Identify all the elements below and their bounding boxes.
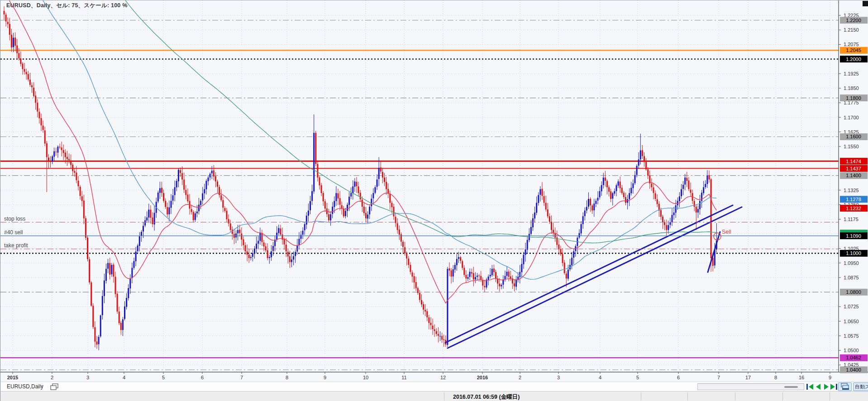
time-tick-label: 8	[774, 375, 777, 380]
price-tick-label: 1.1700	[844, 115, 859, 120]
status-bar: 2016.07.01 06:59 (金曜日)	[0, 391, 868, 401]
scrollbar-thumb[interactable]	[784, 386, 798, 388]
price-tick-label: 1.0875	[844, 275, 859, 280]
price-badge-label: 1.1400	[846, 173, 861, 178]
tab-eurusd-daily[interactable]: EURUSD,Daily	[7, 383, 43, 390]
status-divider	[687, 392, 688, 401]
price-tick-label: 1.1325	[844, 188, 859, 193]
price-badge-label: 1.1278	[846, 197, 861, 202]
tile-windows-button[interactable]	[838, 382, 852, 391]
price-badge-label: 1.1232	[846, 206, 861, 211]
price-tick-label: 1.2075	[844, 42, 859, 47]
price-badge-label: 1.1000	[846, 250, 861, 256]
price-badge-label: 1.2000	[846, 57, 861, 62]
price-badge-label: 1.0400	[846, 367, 861, 373]
price-badge-label: 1.1090	[846, 233, 861, 239]
time-tick-label: 6	[677, 375, 680, 380]
time-tick-label: 12	[440, 375, 446, 380]
price-badge-label: 1.2045	[846, 47, 861, 53]
time-tick-label: 4	[599, 375, 601, 380]
price-tick-label: 1.1175	[844, 217, 858, 222]
jump-to-end-button[interactable]	[830, 384, 837, 390]
time-tick-label: 2	[51, 375, 53, 380]
time-tick-label: 3	[557, 375, 560, 380]
order-label: stop loss	[4, 216, 25, 222]
time-tick-label: 17	[745, 375, 751, 380]
step-back-button[interactable]	[816, 384, 820, 390]
price-chart[interactable]: stop loss#40 selltake profitSell1.22251.…	[0, 0, 868, 382]
price-tick-label: 1.0575	[844, 333, 859, 339]
price-tick-label: 1.0725	[844, 304, 859, 309]
time-tick-label: 3	[86, 375, 89, 380]
status-divider	[782, 392, 783, 401]
time-tick-label: 9	[324, 375, 326, 380]
chart-horizontal-scrollbar[interactable]	[697, 383, 804, 390]
time-tick-label: 7	[717, 375, 720, 380]
status-divider	[735, 392, 735, 401]
time-tick-label: 5	[636, 375, 639, 380]
time-tick-label: 6	[201, 375, 204, 380]
price-tick-label: 1.0500	[844, 348, 859, 353]
time-tick-label: 9	[829, 375, 831, 380]
time-tick-label: 4	[123, 375, 125, 380]
price-tick-label: 1.0650	[844, 319, 859, 324]
time-tick-label: 8	[286, 375, 288, 380]
chart-title: EURUSD、Daily、セル: 75、スケール: 100 %	[6, 2, 127, 9]
price-badge-label: 1.1800	[846, 95, 861, 101]
price-tick-label: 1.2150	[844, 27, 859, 33]
time-tick-label: 11	[401, 375, 406, 380]
order-label: #40 sell	[4, 229, 23, 236]
tab-close-icon[interactable]: ×	[40, 383, 43, 389]
chart-window[interactable]: stop loss#40 selltake profitSell1.22251.…	[0, 0, 868, 382]
price-badge-label: 1.0462	[846, 355, 861, 360]
status-divider	[641, 392, 641, 401]
time-tick-label: 2015	[7, 375, 18, 380]
new-window-icon[interactable]	[49, 383, 59, 391]
price-tick-label: 1.1550	[844, 144, 859, 149]
time-tick-label: 5	[162, 375, 165, 380]
price-tick-label: 1.0950	[844, 260, 859, 266]
price-badge-label: 1.1600	[846, 134, 861, 139]
auto-zoom-button[interactable]: 自動ズーム	[853, 382, 868, 391]
status-timestamp: 2016.07.01 06:59 (金曜日)	[453, 393, 520, 401]
price-badge-label: 1.1437	[846, 166, 861, 171]
order-label: take profit	[4, 242, 28, 249]
time-tick-label: 16	[799, 375, 804, 380]
time-tick-label: 7	[240, 375, 243, 380]
time-tick-label: 2016	[477, 375, 488, 380]
price-badge-label: 1.1474	[846, 159, 861, 164]
tile-windows-icon	[839, 383, 851, 391]
time-tick-label: 10	[363, 375, 368, 380]
ask-price-cap	[840, 230, 868, 233]
sell-label: Sell	[722, 229, 731, 235]
price-badge-label: 1.2200	[846, 18, 861, 23]
time-tick-label: 2	[519, 375, 521, 380]
status-divider	[444, 392, 444, 401]
price-tick-label: 1.1850	[844, 85, 859, 91]
price-badge-label: 1.0800	[846, 289, 861, 295]
jump-to-start-button[interactable]	[806, 384, 813, 390]
step-forward-button[interactable]	[824, 384, 829, 390]
corner-chip	[863, 1, 868, 6]
chart-tab-bar: EURUSD,Daily ×	[0, 382, 868, 391]
price-tick-label: 1.1925	[844, 71, 859, 76]
status-divider	[830, 392, 830, 401]
trading-app-window: stop loss#40 selltake profitSell1.22251.…	[0, 0, 868, 401]
